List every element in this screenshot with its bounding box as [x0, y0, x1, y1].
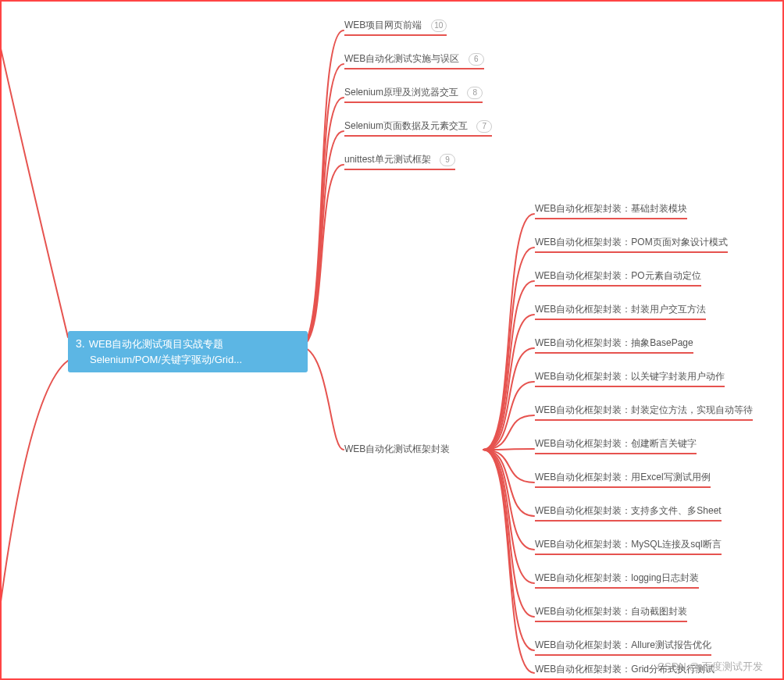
mindmap-canvas: 3.WEB自动化测试项目实战专题 Selenium/POM/关键字驱动/Grid… — [0, 0, 784, 680]
topic-node[interactable]: unittest单元测试框架 9 — [344, 153, 455, 170]
subtopic-node[interactable]: WEB自动化框架封装：POM页面对象设计模式 — [535, 236, 728, 253]
root-line2: Selenium/POM/关键字驱动/Grid... — [90, 354, 242, 365]
subtopic-node[interactable]: WEB自动化框架封装：logging日志封装 — [535, 571, 699, 589]
subtopic-node[interactable]: WEB自动化框架封装：基础封装模块 — [535, 202, 687, 219]
topic-label: Selenium原理及浏览器交互 — [344, 87, 458, 98]
root-line1: WEB自动化测试项目实战专题 — [89, 338, 224, 350]
topic-label: Selenium页面数据及元素交互 — [344, 120, 468, 131]
subtopic-node[interactable]: WEB自动化框架封装：PO元素自动定位 — [535, 269, 701, 287]
count-badge: 10 — [431, 20, 447, 32]
topic-node[interactable]: WEB自动化测试实施与误区 6 — [344, 52, 484, 69]
subtopic-label: WEB自动化框架封装：支持多文件、多Sheet — [535, 505, 722, 516]
subtopic-label: WEB自动化框架封装：PO元素自动定位 — [535, 270, 701, 281]
subtopic-node[interactable]: WEB自动化框架封装：封装定位方法，实现自动等待 — [535, 404, 753, 421]
subtopic-node[interactable]: WEB自动化框架封装：自动截图封装 — [535, 605, 687, 622]
subtopic-label: WEB自动化框架封装：logging日志封装 — [535, 572, 699, 583]
count-badge: 6 — [469, 53, 484, 66]
subtopic-node[interactable]: WEB自动化框架封装：以关键字封装用户动作 — [535, 370, 725, 387]
subtopic-label: WEB自动化框架封装：封装定位方法，实现自动等待 — [535, 404, 753, 415]
subtopic-node[interactable]: WEB自动化框架封装：封装用户交互方法 — [535, 303, 706, 320]
topic-node[interactable]: Selenium原理及浏览器交互 8 — [344, 86, 483, 103]
root-number: 3. — [76, 336, 85, 352]
subtopic-label: WEB自动化框架封装：自动截图封装 — [535, 606, 687, 617]
subtopic-node[interactable]: WEB自动化框架封装：MySQL连接及sql断言 — [535, 538, 722, 555]
topic-node[interactable]: Selenium页面数据及元素交互 7 — [344, 119, 492, 137]
topic-node[interactable]: WEB项目网页前端 10 — [344, 19, 447, 36]
subtopic-label: WEB自动化框架封装：POM页面对象设计模式 — [535, 237, 728, 247]
subtopic-label: WEB自动化框架封装：封装用户交互方法 — [535, 304, 706, 315]
topic-label: unittest单元测试框架 — [344, 154, 431, 165]
root-node[interactable]: 3.WEB自动化测试项目实战专题 Selenium/POM/关键字驱动/Grid… — [68, 331, 308, 372]
subtopic-node[interactable]: WEB自动化框架封装：用Excel写测试用例 — [535, 471, 711, 488]
topic-label: WEB自动化测试实施与误区 — [344, 53, 459, 64]
subtopic-node[interactable]: WEB自动化框架封装：支持多文件、多Sheet — [535, 504, 722, 522]
subtopic-label: WEB自动化框架封装：抽象BasePage — [535, 337, 693, 348]
count-badge: 7 — [476, 120, 492, 133]
group-label: WEB自动化测试框架封装 — [344, 443, 450, 454]
count-badge: 8 — [467, 87, 483, 99]
topic-label: WEB项目网页前端 — [344, 20, 422, 30]
subtopic-node[interactable]: WEB自动化框架封装：创建断言关键字 — [535, 437, 697, 454]
subtopic-node[interactable]: WEB自动化框架封装：抽象BasePage — [535, 336, 693, 354]
subtopic-label: WEB自动化框架封装：MySQL连接及sql断言 — [535, 539, 722, 550]
watermark: CSDN @ 百度测试开发 — [657, 660, 763, 674]
count-badge: 9 — [440, 154, 455, 166]
subtopic-label: WEB自动化框架封装：Allure测试报告优化 — [535, 639, 711, 650]
subtopic-node[interactable]: WEB自动化框架封装：Allure测试报告优化 — [535, 639, 711, 656]
subtopic-label: WEB自动化框架封装：以关键字封装用户动作 — [535, 371, 725, 382]
subtopic-label: WEB自动化框架封装：创建断言关键字 — [535, 438, 697, 449]
subtopic-label: WEB自动化框架封装：用Excel写测试用例 — [535, 472, 711, 482]
subtopic-label: WEB自动化框架封装：基础封装模块 — [535, 203, 687, 214]
group-node[interactable]: WEB自动化测试框架封装 — [344, 443, 450, 456]
